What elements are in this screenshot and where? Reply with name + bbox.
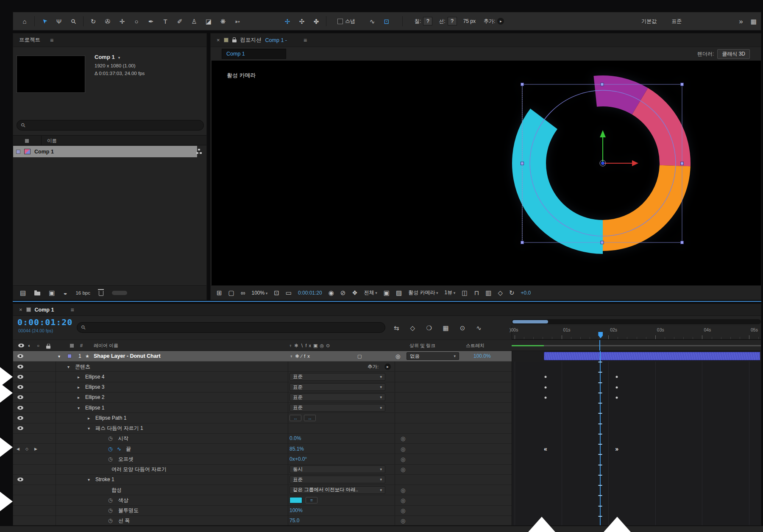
property-label[interactable]: 선 폭 xyxy=(118,517,130,524)
property-label[interactable]: 끝 xyxy=(126,445,131,452)
color-link-icon[interactable]: = xyxy=(306,497,317,503)
next-keyframe-icon[interactable]: ▶ xyxy=(34,447,37,451)
work-area-bar[interactable] xyxy=(512,345,544,346)
keyframe-marker[interactable]: « xyxy=(544,446,547,452)
folder-icon[interactable] xyxy=(34,292,40,295)
lock-icon[interactable] xyxy=(232,39,237,42)
pickwhip-icon[interactable]: ◎ xyxy=(401,435,405,442)
stopwatch-icon[interactable]: ◷ xyxy=(108,518,112,524)
fill-color-swatch[interactable]: ? xyxy=(423,17,432,25)
audio-column-icon[interactable]: ◖ xyxy=(28,343,31,348)
property-dropdown[interactable]: 표준 xyxy=(290,373,385,381)
stopwatch-icon[interactable]: ◷ xyxy=(108,456,112,462)
tab-comp1[interactable]: Comp 1 xyxy=(35,307,54,313)
marquee-select-icon[interactable]: ⊡ xyxy=(379,15,394,28)
flowchart-button-icon[interactable]: ◇ xyxy=(498,290,503,296)
visibility-eye-icon[interactable] xyxy=(17,385,23,389)
donut-segment-cyan[interactable] xyxy=(512,109,603,254)
add-menu-icon[interactable]: ▸ xyxy=(497,18,504,25)
type-tool-icon[interactable]: T xyxy=(158,15,173,28)
workspace-overflow-icon[interactable]: » xyxy=(739,18,743,25)
timeline-row[interactable]: ◷시작0.0%◎ xyxy=(13,434,512,444)
gizmo-universal-icon[interactable]: ✢ xyxy=(280,15,295,28)
property-value[interactable]: 75.0 xyxy=(290,518,299,524)
visibility-eye-icon[interactable] xyxy=(17,406,23,409)
layer-duration-bar[interactable] xyxy=(544,352,760,360)
project-comp-name[interactable]: Comp 1▾ xyxy=(95,54,120,60)
stretch-value[interactable]: 100.0% xyxy=(473,353,491,359)
property-label[interactable]: 패스 다듬어 자르기 1 xyxy=(95,425,143,432)
constrain-proportions-icon[interactable]: ↔ xyxy=(290,415,301,421)
index-column-header[interactable]: # xyxy=(80,343,83,348)
keyframe-toggle-icon[interactable]: ◇ xyxy=(25,447,28,451)
workspace-default-button[interactable]: 기본값 xyxy=(641,18,657,25)
timeline-row[interactable]: ◀◇▶◷∿끝85.1%◎ xyxy=(13,444,512,454)
twirl-icon[interactable]: ▸ xyxy=(88,415,90,420)
constrain-proportions-icon[interactable]: ↔ xyxy=(304,415,316,421)
keyframe-marker[interactable] xyxy=(616,386,618,388)
flyout-icon[interactable]: ▾ xyxy=(118,56,120,60)
pixel-aspect-icon[interactable]: ◫ xyxy=(462,290,468,296)
stroke-color-swatch[interactable]: ? xyxy=(448,17,457,25)
stopwatch-icon[interactable]: ◷ xyxy=(108,507,112,513)
twirl-icon[interactable]: ▾ xyxy=(88,477,90,482)
property-dropdown[interactable]: 같은 그룹에서 이전보다 아래.. xyxy=(290,486,385,494)
graph-editor-icon[interactable]: ∿ xyxy=(476,325,482,331)
zoom-tool-icon[interactable]: ⚲ xyxy=(64,11,83,31)
gizmo-world-axis-icon[interactable]: ✤ xyxy=(309,15,323,28)
navigator-bar[interactable] xyxy=(512,320,548,323)
pickwhip-icon[interactable]: ◎ xyxy=(401,466,405,473)
parent-select[interactable]: 없음 xyxy=(407,352,459,360)
panel-list-icon[interactable]: ▤ xyxy=(20,290,26,296)
pickwhip-icon[interactable]: ◎ xyxy=(401,497,405,503)
property-label[interactable]: Ellipse 2 xyxy=(85,394,104,400)
tab-composition-title[interactable]: Comp 1 - xyxy=(265,37,287,43)
twirl-icon[interactable]: ▾ xyxy=(67,364,70,369)
property-dropdown[interactable]: 표준 xyxy=(290,404,385,412)
keyframe-marker[interactable] xyxy=(544,376,546,378)
camera-select[interactable]: 활성 카메라 xyxy=(408,289,438,296)
channel-select-icon[interactable]: ❖ xyxy=(352,290,357,296)
timeline-row[interactable]: 합성같은 그룹에서 이전보다 아래..◎ xyxy=(13,485,512,495)
mini-flowchart-icon[interactable]: ⇆ xyxy=(394,325,399,331)
timeline-button-icon[interactable]: ▥ xyxy=(485,290,491,296)
stroke-width-value[interactable]: 75 px xyxy=(463,18,476,24)
donut-segment-orange[interactable] xyxy=(603,165,691,251)
comp-subtab[interactable]: Comp 1 xyxy=(222,49,286,59)
visibility-eye-icon[interactable] xyxy=(17,416,23,420)
timeline-row[interactable]: ▾콘텐츠추가:▸ xyxy=(13,362,512,372)
fast-previews-icon[interactable]: ⊓ xyxy=(474,290,479,296)
workspace-grid-icon[interactable]: ▦ xyxy=(751,18,757,25)
rotate-tool-icon[interactable]: ↻ xyxy=(86,15,100,28)
tab-composition-prefix[interactable]: 컴포지션 xyxy=(240,36,262,44)
renderer-button[interactable]: 클래식 3D xyxy=(717,49,750,59)
pickwhip-icon[interactable]: ◎ xyxy=(401,487,405,493)
visibility-eye-icon[interactable] xyxy=(17,478,23,482)
timeline-row[interactable]: ◷색상=◎ xyxy=(13,495,512,505)
draft-3d-icon[interactable]: ◇ xyxy=(410,325,415,331)
tab-project[interactable]: 프로젝트 xyxy=(19,36,40,44)
switches-column-header[interactable]: ♀✻∖fx▣◎⊙ xyxy=(289,343,332,348)
timeline-row[interactable]: ▾Stroke 1표준 xyxy=(13,475,512,485)
layer-color-chip[interactable] xyxy=(67,354,72,358)
shape-tool-icon[interactable]: ○ xyxy=(129,15,144,28)
video-column-icon[interactable] xyxy=(18,343,24,347)
eraser-tool-icon[interactable]: ◪ xyxy=(201,15,216,28)
twirl-icon[interactable]: ▸ xyxy=(78,385,80,390)
new-composition-icon[interactable]: ▣ xyxy=(49,290,55,296)
shy-layers-icon[interactable]: ❍ xyxy=(426,325,432,331)
property-dropdown[interactable]: 표준 xyxy=(290,383,385,391)
selection-tool-icon[interactable]: ➤ xyxy=(35,11,54,31)
cti-line-header[interactable] xyxy=(599,340,600,351)
panel-menu-icon[interactable]: ≡ xyxy=(70,306,74,313)
home-icon[interactable]: ⌂ xyxy=(17,15,32,28)
property-label[interactable]: 콘텐츠 xyxy=(75,363,90,370)
label-color-chip[interactable] xyxy=(16,150,20,154)
timeline-row[interactable]: ▸Ellipse Path 1↔↔ xyxy=(13,413,512,423)
stretch-column-header[interactable]: 스트레치 xyxy=(466,342,485,348)
visibility-eye-icon[interactable] xyxy=(17,375,23,379)
twirl-icon[interactable]: ▾ xyxy=(78,405,80,410)
property-label[interactable]: Stroke 1 xyxy=(95,476,114,482)
solo-column-icon[interactable]: ○ xyxy=(37,343,39,348)
transparency-grid-icon[interactable]: ▨ xyxy=(396,290,402,296)
